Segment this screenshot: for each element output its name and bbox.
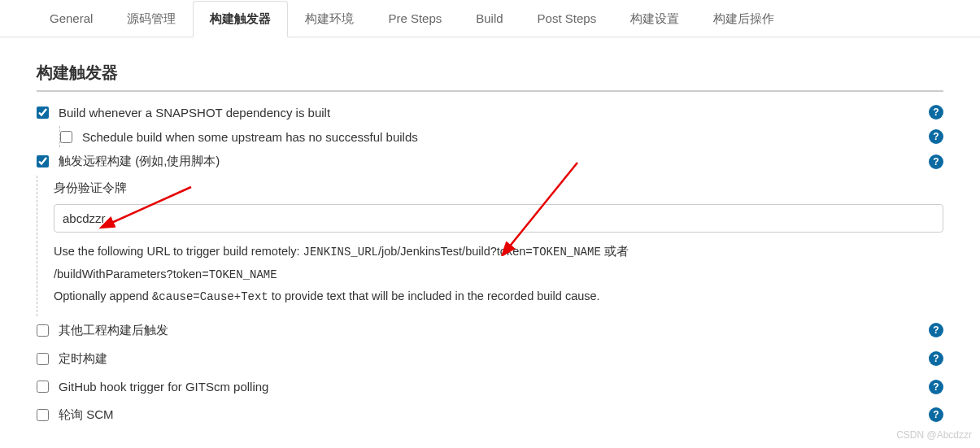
checkbox-other-projects[interactable] [37,324,49,337]
token-section: 身份验证令牌 Use the following URL to trigger … [37,176,943,316]
tab-build-env[interactable]: 构建环境 [288,1,371,37]
tab-build[interactable]: Build [459,1,520,37]
tab-general[interactable]: General [33,1,110,37]
help-line3-mono: &cause=Cause+Text [152,290,268,303]
option-remote: 触发远程构建 (例如,使用脚本) ? [37,147,943,176]
section-title: 构建触发器 [37,62,943,92]
help-line1-prefix: Use the following URL to trigger build r… [54,245,303,258]
checkbox-github-hook[interactable] [37,381,49,393]
checkbox-schedule[interactable] [60,131,72,143]
help-text-block: Use the following URL to trigger build r… [54,241,943,308]
option-timed: 定时构建 ? [37,345,943,373]
label-poll-scm: 轮询 SCM [59,407,929,423]
tab-post-steps[interactable]: Post Steps [520,1,614,37]
tab-source[interactable]: 源码管理 [110,1,193,37]
label-other-projects: 其他工程构建后触发 [59,323,929,338]
option-schedule: Schedule build when some upstream has no… [60,126,943,147]
option-snapshot: Build whenever a SNAPSHOT dependency is … [37,98,943,126]
help-line1-suffix: 或者 [601,245,629,258]
label-schedule: Schedule build when some upstream has no… [82,130,929,144]
help-icon[interactable]: ? [929,351,943,366]
nested-group: Schedule build when some upstream has no… [59,126,943,147]
tab-build-triggers[interactable]: 构建触发器 [193,1,288,37]
help-icon[interactable]: ? [929,407,943,422]
checkbox-poll-scm[interactable] [37,409,49,421]
tab-build-settings[interactable]: 构建设置 [613,1,696,37]
help-line3-suffix: to provide text that will be included in… [268,289,600,302]
checkbox-timed[interactable] [37,353,49,365]
help-icon[interactable]: ? [929,380,943,394]
watermark: CSDN @Abcdzzr [896,429,972,441]
label-github-hook: GitHub hook trigger for GITScm polling [59,380,929,394]
option-other-projects: 其他工程构建后触发 ? [37,316,943,345]
tabs-bar: General 源码管理 构建触发器 构建环境 Pre Steps Build … [0,0,980,37]
help-icon[interactable]: ? [929,154,943,169]
tab-post-build[interactable]: 构建后操作 [696,1,791,37]
checkbox-snapshot[interactable] [37,107,49,119]
help-line1-mid: /job/JenkinsTest/build?token= [378,245,533,258]
label-timed: 定时构建 [59,351,929,367]
help-line1-token: TOKEN_NAME [533,246,601,259]
help-line2-prefix: /buildWithParameters?token= [54,267,209,281]
token-label: 身份验证令牌 [54,181,943,196]
token-input[interactable] [54,204,943,233]
content-area: 构建触发器 Build whenever a SNAPSHOT dependen… [0,37,980,446]
label-snapshot: Build whenever a SNAPSHOT dependency is … [59,106,929,120]
help-icon[interactable]: ? [929,129,943,144]
label-remote: 触发远程构建 (例如,使用脚本) [59,154,929,169]
help-line2-token: TOKEN_NAME [209,268,277,281]
help-icon[interactable]: ? [929,323,943,337]
help-icon[interactable]: ? [929,105,943,120]
help-line3-prefix: Optionally append [54,289,152,302]
option-poll-scm: 轮询 SCM ? [37,401,943,429]
help-line1-mono: JENKINS_URL [303,246,378,259]
checkbox-remote[interactable] [37,155,49,167]
tab-pre-steps[interactable]: Pre Steps [371,1,459,37]
option-github-hook: GitHub hook trigger for GITScm polling ? [37,373,943,401]
